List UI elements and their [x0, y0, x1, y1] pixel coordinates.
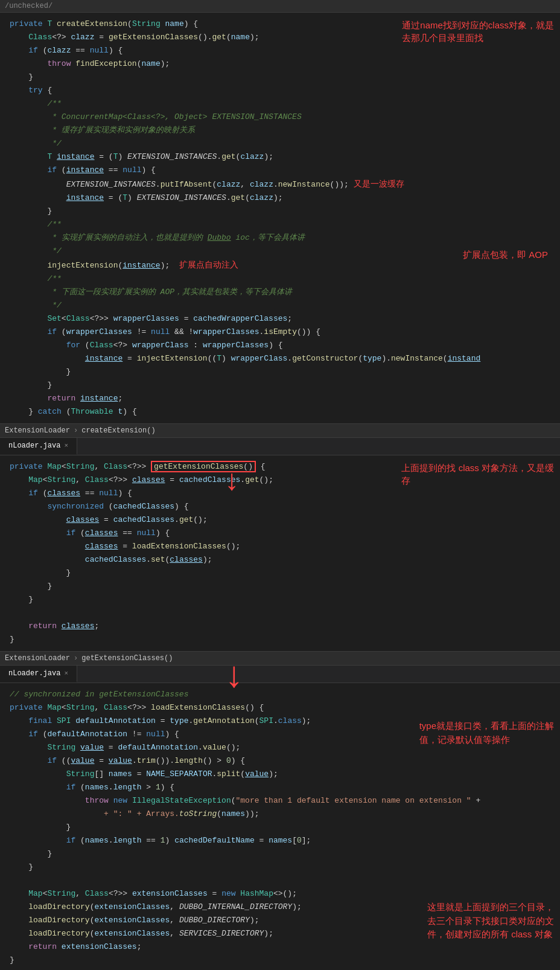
code-line: }	[0, 821, 560, 834]
code-line: }	[0, 365, 560, 379]
code-line: if (names.length > 1) {	[0, 781, 560, 794]
code-line	[0, 874, 560, 887]
code-line: if (classes == null) {	[0, 487, 560, 500]
code-line: }	[0, 633, 560, 646]
code-line: throw new IllegalStateException("more th…	[0, 794, 560, 808]
tab-nloader-2[interactable]: nLoader.java ×	[0, 666, 77, 683]
breadcrumb-class-2: ExtensionLoader	[5, 654, 70, 663]
annotation-name-class: 通过name找到对应的class对象，就是去那几个目录里面找	[402, 19, 554, 44]
tab-bar-2: nLoader.java ×	[0, 666, 560, 683]
code-section-2: 上面提到的找 class 对象方法，又是缓存 private Map<Strin…	[0, 455, 560, 651]
breadcrumb-bar-2: ExtensionLoader › getExtensionClasses()	[0, 651, 560, 666]
code-line: }	[0, 205, 560, 218]
close-icon[interactable]: ×	[64, 442, 68, 449]
code-line: }	[0, 71, 560, 84]
code-line: /**	[0, 97, 560, 111]
code-line: */	[0, 299, 560, 312]
code-line: }	[0, 593, 560, 606]
editor-container: /unchecked/ 通过name找到对应的class对象，就是去那几个目录里…	[0, 0, 560, 970]
code-line: instance = injectExtension((T) wrapperCl…	[0, 352, 560, 365]
code-line: * 下面这一段实现扩展实例的 AOP，其实就是包装类，等下会具体讲	[0, 286, 560, 299]
code-line: instance = (T) EXTENSION_INSTANCES.get(c…	[0, 191, 560, 205]
code-line: }	[0, 379, 560, 392]
code-line: */	[0, 137, 560, 150]
code-line: /**	[0, 272, 560, 286]
tab-label: nLoader.java	[8, 442, 60, 450]
code-line: + ": " + Arrays.toString(names));	[0, 808, 560, 821]
code-line: if (clazz == null) {	[0, 44, 560, 57]
code-line: String[] names = NAME_SEPARATOR.split(va…	[0, 768, 560, 781]
code-line: Map<String, Class<?>> extensionClasses =…	[0, 887, 560, 901]
top-path: /unchecked/	[0, 0, 560, 13]
code-line	[0, 606, 560, 620]
breadcrumb-method-1: createExtension()	[81, 426, 155, 435]
tab-label-2: nLoader.java	[8, 669, 60, 678]
code-line: if (classes == null) {	[0, 527, 560, 540]
close-icon-2[interactable]: ×	[64, 670, 68, 677]
code-line: * 缓存扩展实现类和实例对象的映射关系	[0, 124, 560, 137]
code-line: T instance = (T) EXTENSION_INSTANCES.get…	[0, 150, 560, 164]
code-line: }	[0, 580, 560, 593]
code-line: * ConcurrentMap<Class<?>, Object> EXTENS…	[0, 111, 560, 124]
code-line: if ((value = value.trim()).length() > 0)…	[0, 754, 560, 768]
breadcrumb-method-2: getExtensionClasses()	[81, 654, 173, 663]
arrow-down: ↓	[223, 467, 241, 496]
annotation-three-dirs: 这里就是上面提到的三个目录，去三个目录下找接口类对应的文件，创建对应的所有 cl…	[427, 901, 554, 942]
code-line: * 实现扩展实例的自动注入，也就是提到的 Dubbo ioc，等下会具体讲	[0, 231, 560, 245]
code-line: Set<Class<?>> wrapperClasses = cachedWra…	[0, 312, 560, 326]
code-line: cachedClasses.set(classes);	[0, 553, 560, 567]
tab-bar-1: nLoader.java ×	[0, 438, 560, 455]
annotation-type: type就是接口类，看看上面的注解值，记录默认值等操作	[419, 719, 554, 747]
code-line: if (names.length == 1) cachedDefaultName…	[0, 834, 560, 847]
arrow-down-2: ↓	[223, 659, 245, 695]
code-line: synchronized (cachedClasses) {	[0, 500, 560, 513]
breadcrumb-class-1: ExtensionLoader	[5, 426, 70, 435]
code-line: if (wrapperClasses != null && !wrapperCl…	[0, 326, 560, 339]
code-line: classes = cachedClasses.get();	[0, 513, 560, 527]
code-line: for (Class<?> wrapperClass : wrapperClas…	[0, 339, 560, 352]
code-line: return classes;	[0, 620, 560, 633]
code-line: return extensionClasses;	[0, 940, 560, 954]
code-line: throw findException(name);	[0, 57, 560, 71]
code-line: private Map<String, Class<?>> loadExtens…	[0, 701, 560, 715]
code-line: return instance;	[0, 392, 560, 405]
code-line: if (instance == null) {	[0, 164, 560, 177]
code-section-1: 通过name找到对应的class对象，就是去那几个目录里面找 private T…	[0, 13, 560, 423]
code-line: EXTENSION_INSTANCES.putIfAbsent(clazz, c…	[0, 177, 560, 191]
annotation-get-class: 上面提到的找 class 对象方法，又是缓存	[401, 461, 554, 487]
code-section-3: type就是接口类，看看上面的注解值，记录默认值等操作 ↓ // synchro…	[0, 683, 560, 970]
code-line: // synchronized in getExtensionClasses	[0, 688, 560, 701]
annotation-aop: 扩展点包装，即 AOP	[463, 248, 548, 261]
breadcrumb-bar-1: ExtensionLoader › createExtension()	[0, 423, 560, 438]
code-line: }	[0, 847, 560, 861]
code-line: try {	[0, 84, 560, 97]
tab-nloader[interactable]: nLoader.java ×	[0, 438, 77, 455]
code-line: }	[0, 567, 560, 580]
code-line: /**	[0, 218, 560, 231]
code-line: }	[0, 954, 560, 967]
code-line: }	[0, 861, 560, 874]
code-line: } catch (Throwable t) {	[0, 405, 560, 419]
code-line: classes = loadExtensionClasses();	[0, 540, 560, 553]
